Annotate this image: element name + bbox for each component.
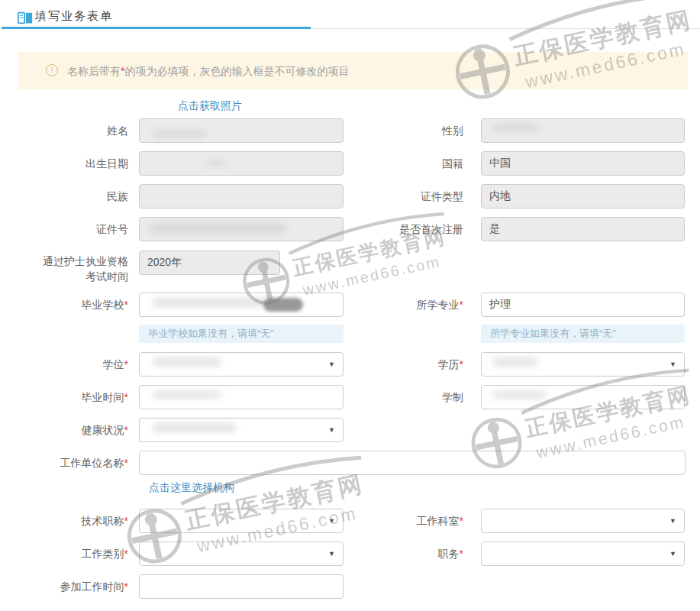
id-number-label: 证件号 bbox=[15, 217, 128, 241]
health-status-required-star: * bbox=[124, 424, 128, 436]
school-field[interactable] bbox=[139, 293, 344, 317]
id-type-label: 证件类型 bbox=[344, 184, 463, 209]
work-category-label: 工作类别* bbox=[15, 541, 128, 566]
notice-prefix: 名称后带有 bbox=[67, 65, 121, 77]
major-label: 所学专业* bbox=[344, 293, 463, 317]
gender-field[interactable] bbox=[481, 118, 685, 143]
exam-time-label-line1: 通过护士执业资格 bbox=[43, 255, 128, 267]
book-icon bbox=[17, 10, 34, 27]
graduation-time-label-text: 毕业时间 bbox=[82, 391, 124, 403]
degree-label-text: 学位 bbox=[103, 358, 124, 370]
work-unit-label: 工作单位名称* bbox=[15, 451, 128, 475]
birth-date-label: 出生日期 bbox=[15, 151, 128, 176]
schooling-label: 学制 bbox=[344, 385, 463, 409]
info-circle-icon: ! bbox=[46, 64, 58, 76]
dropdown-arrow-icon: ▼ bbox=[328, 517, 335, 525]
major-field[interactable] bbox=[481, 293, 685, 317]
notice-text: 名称后带有*的项为必填项，灰色的输入框是不可修改的项目 bbox=[67, 65, 349, 79]
school-hint: 毕业学校如果没有，请填“无” bbox=[139, 325, 344, 343]
dropdown-arrow-icon: ▼ bbox=[328, 426, 335, 434]
school-required-star: * bbox=[124, 299, 128, 311]
id-number-field[interactable] bbox=[139, 217, 344, 241]
degree-label: 学位* bbox=[15, 352, 128, 377]
work-start-required-star: * bbox=[124, 580, 128, 593]
dropdown-arrow-icon: ▼ bbox=[328, 360, 335, 368]
position-required-star: * bbox=[460, 548, 463, 560]
ethnicity-label: 民族 bbox=[15, 184, 128, 209]
health-status-label-text: 健康状况 bbox=[82, 424, 124, 436]
graduation-time-label: 毕业时间* bbox=[15, 385, 128, 409]
major-hint: 所学专业如果没有，请填“无” bbox=[481, 325, 685, 343]
tech-title-label-text: 技术职称 bbox=[82, 515, 124, 527]
page-title: 填写业务表单 bbox=[35, 9, 113, 24]
department-label: 工作科室* bbox=[344, 509, 463, 533]
major-required-star: * bbox=[460, 299, 463, 311]
id-type-field[interactable] bbox=[481, 184, 685, 209]
major-label-text: 所学专业 bbox=[417, 299, 460, 311]
dropdown-arrow-icon: ▼ bbox=[669, 517, 676, 525]
nationality-label: 国籍 bbox=[344, 151, 463, 176]
department-required-star: * bbox=[460, 515, 463, 527]
position-label: 职务* bbox=[344, 541, 463, 566]
exam-time-label-line2: 考试时间 bbox=[85, 270, 128, 283]
department-select[interactable]: ▼ bbox=[481, 509, 685, 533]
school-label: 毕业学校* bbox=[15, 293, 128, 317]
dropdown-arrow-icon: ▼ bbox=[328, 550, 335, 558]
exam-time-label: 通过护士执业资格 考试时间 bbox=[15, 254, 128, 284]
exam-time-field[interactable] bbox=[139, 251, 280, 275]
education-label-text: 学历 bbox=[438, 358, 460, 370]
gender-label: 性别 bbox=[344, 118, 463, 143]
get-photo-link[interactable]: 点击获取照片 bbox=[178, 99, 242, 113]
work-unit-label-text: 工作单位名称 bbox=[60, 457, 124, 469]
dropdown-arrow-icon: ▼ bbox=[669, 550, 676, 558]
required-fields-notice: ! 名称后带有*的项为必填项，灰色的输入框是不可修改的项目 bbox=[18, 52, 688, 89]
tech-title-required-star: * bbox=[124, 515, 128, 527]
degree-required-star: * bbox=[124, 358, 128, 370]
header-divider-accent bbox=[2, 27, 311, 29]
tech-title-label: 技术职称* bbox=[15, 509, 128, 533]
name-label: 姓名 bbox=[15, 118, 128, 143]
position-select[interactable]: ▼ bbox=[481, 541, 685, 566]
name-field[interactable] bbox=[139, 118, 344, 143]
work-start-label: 参加工作时间* bbox=[15, 574, 128, 599]
schooling-field[interactable] bbox=[481, 385, 685, 409]
health-status-select[interactable]: ▼ bbox=[139, 418, 344, 442]
tech-title-select[interactable]: ▼ bbox=[139, 509, 344, 533]
department-label-text: 工作科室 bbox=[417, 515, 460, 527]
work-start-label-text: 参加工作时间 bbox=[60, 580, 124, 593]
watermark-url-text: www.med66.com bbox=[301, 253, 443, 299]
dropdown-arrow-icon: ▼ bbox=[669, 360, 676, 368]
school-label-text: 毕业学校 bbox=[82, 299, 124, 311]
first-registration-field[interactable] bbox=[481, 217, 685, 241]
work-category-label-text: 工作类别 bbox=[82, 548, 124, 560]
position-label-text: 职务 bbox=[438, 548, 460, 560]
health-status-label: 健康状况* bbox=[15, 418, 128, 442]
work-category-select[interactable]: ▼ bbox=[139, 541, 344, 566]
birth-date-field[interactable] bbox=[139, 151, 344, 176]
business-form-page: 填写业务表单 ! 名称后带有*的项为必填项，灰色的输入框是不可修改的项目 点击获… bbox=[0, 0, 700, 611]
work-unit-required-star: * bbox=[124, 457, 128, 469]
ethnicity-field[interactable] bbox=[139, 184, 344, 209]
graduation-time-field[interactable] bbox=[139, 385, 344, 409]
work-start-field[interactable] bbox=[139, 574, 344, 599]
education-select[interactable]: ▼ bbox=[481, 352, 685, 377]
work-unit-field[interactable] bbox=[139, 451, 685, 475]
select-org-link[interactable]: 点击这里选择机构 bbox=[149, 481, 234, 495]
first-registration-label: 是否首次注册 bbox=[344, 217, 463, 241]
work-category-required-star: * bbox=[124, 548, 128, 560]
education-label: 学历* bbox=[344, 352, 463, 377]
education-required-star: * bbox=[460, 358, 463, 370]
notice-suffix: 的项为必填项，灰色的输入框是不可修改的项目 bbox=[124, 65, 349, 77]
degree-select[interactable]: ▼ bbox=[139, 352, 344, 377]
nationality-field[interactable] bbox=[481, 151, 685, 176]
graduation-time-required-star: * bbox=[124, 391, 128, 403]
